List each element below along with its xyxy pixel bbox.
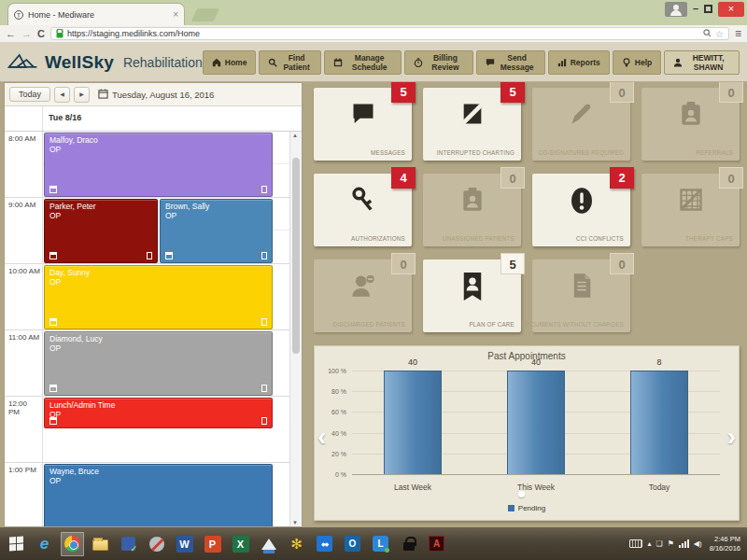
- network-icon[interactable]: [679, 539, 689, 548]
- minimize-button[interactable]: –: [693, 2, 698, 15]
- scroll-down-icon[interactable]: ▼: [292, 520, 298, 525]
- word-icon[interactable]: W: [173, 532, 196, 556]
- carousel-next-icon[interactable]: ›: [727, 427, 736, 446]
- current-date-label[interactable]: Tuesday, August 16, 2016: [112, 90, 214, 100]
- excel-icon[interactable]: X: [229, 532, 252, 556]
- bar-this-week[interactable]: 40: [507, 371, 565, 474]
- main-content: Today ◀ ▶ Tuesday, August 16, 2016 Tue 8…: [0, 82, 747, 527]
- scrollbar-thumb[interactable]: [292, 158, 300, 354]
- tile-authorizations[interactable]: 4 AUTHORIZATIONS: [314, 174, 412, 246]
- schedule-grid[interactable]: 8:00 AM 9:00 AM 10:00 AM 11:00 AM 12:00 …: [5, 132, 302, 526]
- carousel-prev-icon[interactable]: ‹: [317, 427, 326, 446]
- bar-last-week[interactable]: 40: [384, 371, 442, 474]
- carousel-dot-indicator[interactable]: [518, 491, 525, 497]
- home-shield-icon[interactable]: [257, 532, 280, 556]
- appointment-calendar-icon: [49, 186, 57, 193]
- powerpoint-icon[interactable]: P: [201, 532, 224, 556]
- count-badge: 5: [391, 82, 416, 103]
- nav-reports[interactable]: Reports: [548, 50, 610, 75]
- bar-chart-icon: [557, 58, 567, 67]
- action-center-icon[interactable]: ❏: [655, 539, 662, 549]
- chrome-icon[interactable]: [61, 532, 84, 556]
- brand-name: WellSky: [45, 52, 114, 73]
- internet-explorer-icon[interactable]: e: [33, 532, 56, 556]
- appointment-lunch-admin[interactable]: Lunch/Admin Time OP: [44, 398, 273, 428]
- reload-button[interactable]: C: [37, 28, 45, 39]
- count-badge: 0: [500, 167, 525, 189]
- back-button[interactable]: ←: [6, 28, 16, 39]
- day-column-header: Tue 8/16: [5, 106, 302, 132]
- new-tab-button[interactable]: [191, 8, 220, 21]
- acrobat-icon[interactable]: A: [425, 532, 448, 556]
- tile-plan-of-care[interactable]: 5 PLAN OF CARE: [423, 259, 521, 332]
- forward-button[interactable]: →: [21, 28, 32, 39]
- time-label: 1:00 PM: [8, 466, 40, 474]
- tile-interrupted-charting[interactable]: 5 INTERRUPTED CHARTING: [423, 88, 521, 161]
- nav-billing-review[interactable]: Billing Review: [404, 50, 472, 75]
- today-button[interactable]: Today: [9, 87, 50, 102]
- appointment-day-sunny[interactable]: Day, Sunny OP: [44, 265, 273, 329]
- flower-app-icon[interactable]: ✻: [285, 532, 308, 556]
- address-bar[interactable]: https://staging.medilinks.com/Home ☆: [50, 27, 729, 40]
- y-axis-tick: 100 %: [328, 368, 346, 374]
- browser-tab[interactable]: T Home - Mediware ×: [7, 3, 185, 25]
- keyboard-icon[interactable]: [629, 539, 642, 548]
- search-icon[interactable]: [703, 29, 712, 39]
- browser-menu-icon[interactable]: ≡: [735, 27, 741, 40]
- scroll-up-icon[interactable]: ▲: [292, 133, 298, 138]
- tile-documents-without-charges[interactable]: 0 DOCUMENTS WITHOUT CHARGES: [532, 259, 630, 332]
- blocked-app-icon[interactable]: [145, 532, 168, 556]
- nav-find-patient[interactable]: Find Patient: [259, 50, 320, 75]
- bar-value-label: 40: [384, 357, 442, 367]
- maximize-button[interactable]: [704, 5, 712, 13]
- taskbar-clock[interactable]: 2:46 PM 8/16/2016: [710, 535, 740, 553]
- tile-messages[interactable]: 5 MESSAGES: [314, 88, 412, 161]
- tile-co-signatures-required[interactable]: 0 CO-SIGNATURES REQUIRED: [532, 88, 630, 161]
- house-icon: [212, 58, 221, 67]
- nav-manage-schedule[interactable]: Manage Schedule: [324, 50, 402, 75]
- appointment-brown-sally[interactable]: Brown, Sally OP: [160, 199, 273, 263]
- dashboard-panel: 5 MESSAGES 5 INTERRUPTED CHARTING 0: [303, 82, 747, 527]
- tile-discharged-patients[interactable]: 0 DISCHARGED PATIENTS: [314, 259, 412, 332]
- padlock-icon[interactable]: [397, 532, 420, 556]
- browser-profile-avatar[interactable]: [665, 2, 687, 17]
- bookmark-star-icon[interactable]: ☆: [715, 29, 724, 39]
- calendar-scrollbar[interactable]: ▲ ▼: [289, 132, 302, 526]
- person-icon: [673, 58, 683, 67]
- tile-cci-conflicts[interactable]: 2 CCI CONFLICTS: [532, 174, 630, 246]
- lync-icon[interactable]: L: [369, 532, 392, 556]
- nav-help[interactable]: Help: [613, 50, 661, 75]
- flag-icon[interactable]: ⚑: [668, 539, 674, 549]
- user-menu-button[interactable]: HEWITT, SHAWN: [664, 50, 740, 75]
- outlook-icon[interactable]: O: [341, 532, 364, 556]
- nav-home[interactable]: Home: [203, 50, 257, 75]
- chat-icon: [486, 58, 495, 67]
- software-center-icon[interactable]: [117, 532, 140, 556]
- count-badge: 0: [610, 253, 634, 274]
- tile-therapy-caps[interactable]: 0 THERAPY CAPS: [641, 174, 740, 246]
- show-hidden-icons[interactable]: ▴: [647, 539, 651, 549]
- volume-icon[interactable]: ◀): [694, 539, 702, 549]
- tab-close-icon[interactable]: ×: [173, 9, 178, 20]
- main-nav: Home Find Patient Manage Schedule Billin…: [203, 50, 740, 75]
- start-button[interactable]: [5, 532, 28, 556]
- appointment-malfoy-draco[interactable]: Malfoy, Draco OP: [44, 133, 273, 197]
- appointment-parker-peter[interactable]: Parker, Peter OP: [44, 199, 158, 263]
- tile-referrals[interactable]: 0 REFERRALS: [641, 88, 740, 161]
- tile-unassigned-patients[interactable]: 0 UNASSIGNED PATIENTS: [423, 174, 521, 246]
- prev-day-button[interactable]: ◀: [54, 87, 70, 103]
- bar-today[interactable]: 8: [630, 371, 688, 474]
- browser-tab-strip: T Home - Mediware × – ×: [0, 0, 747, 25]
- appointment-diamond-lucy[interactable]: Diamond, Lucy OP: [44, 331, 273, 396]
- chart-legend: Pending: [315, 504, 739, 512]
- nav-send-message[interactable]: Send Message: [476, 50, 545, 75]
- clipboard-person-icon: [423, 187, 521, 213]
- calendar-icon[interactable]: [98, 86, 108, 103]
- file-explorer-icon[interactable]: [89, 532, 112, 556]
- dropbox-icon[interactable]: ◆◆: [313, 532, 336, 556]
- count-badge: 5: [500, 82, 525, 103]
- person-bookmark-icon: [423, 273, 521, 301]
- close-button[interactable]: ×: [718, 2, 744, 17]
- appointment-wayne-bruce[interactable]: Wayne, Bruce OP: [44, 464, 273, 526]
- next-day-button[interactable]: ▶: [74, 87, 90, 103]
